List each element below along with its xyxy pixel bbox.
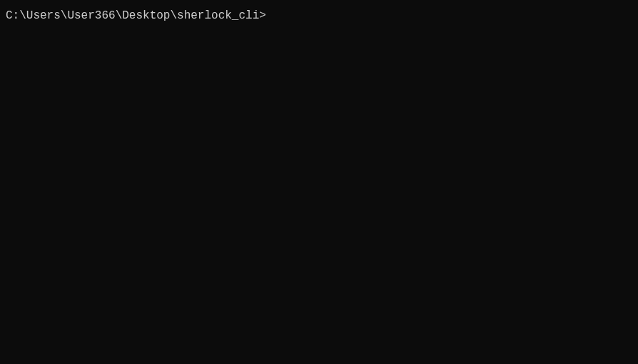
prompt-line: C:\Users\User366\Desktop\sherlock_cli> xyxy=(6,9,632,23)
prompt-text: C:\Users\User366\Desktop\sherlock_cli> xyxy=(6,9,266,23)
terminal-window[interactable]: C:\Users\User366\Desktop\sherlock_cli> xyxy=(0,0,638,364)
command-input[interactable] xyxy=(266,9,632,22)
